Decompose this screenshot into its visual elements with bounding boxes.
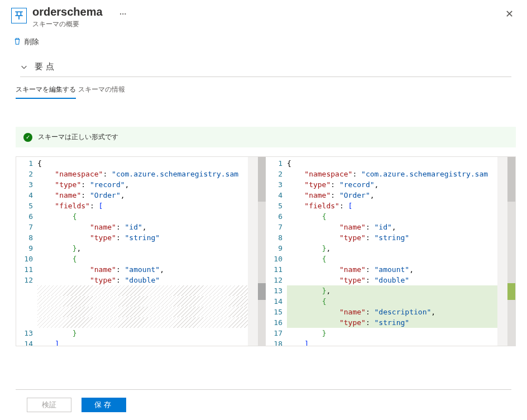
minimap[interactable] [497,157,507,346]
diff-left-pane[interactable]: 1234567891011121314{ "namespace": "com.a… [16,157,266,346]
footer-bar: 検証 保存 [16,389,511,420]
close-icon[interactable]: ✕ [503,6,516,22]
panel-header: orderschema … スキーマの概要 ✕ [0,0,527,32]
overview-ruler[interactable] [507,157,515,346]
diff-right-pane[interactable]: 123456789101112131415161718{ "namespace"… [266,157,515,346]
trash-icon [13,37,21,47]
code-area[interactable]: { "namespace": "com.azure.schemaregistry… [287,157,497,346]
scrollbar-thumb[interactable] [507,157,515,202]
schema-panel: orderschema … スキーマの概要 ✕ 削除 要点 スキーマを編集する … [0,0,527,420]
code-area[interactable]: { "namespace": "com.azure.schemaregistry… [37,157,248,346]
panel-title: orderschema … [32,6,503,18]
chevron-down-icon [20,63,28,71]
validation-status: ✓ スキーマは正しい形式です [16,127,516,147]
more-button[interactable]: … [119,8,127,16]
line-gutter: 1234567891011121314 [16,157,37,346]
section-title: 要点 [35,61,57,72]
schema-icon [11,8,27,23]
panel-subtitle: スキーマの概要 [32,20,503,29]
line-gutter: 123456789101112131415161718 [266,157,287,346]
minimap[interactable] [248,157,258,346]
command-bar: 削除 [0,32,527,51]
tab-schema-info[interactable]: スキーマの情報 [78,82,125,99]
tab-edit-schema[interactable]: スキーマを編集する [16,82,76,99]
section-header[interactable]: 要点 [20,51,511,77]
delete-button[interactable]: 削除 [11,35,41,49]
tab-bar: スキーマを編集する スキーマの情報 [16,82,511,99]
overview-ruler[interactable] [258,157,266,346]
validate-button[interactable]: 検証 [27,398,71,412]
scrollbar-thumb[interactable] [258,157,266,202]
success-icon: ✓ [23,133,32,142]
save-button[interactable]: 保存 [82,398,126,412]
diff-editor: 1234567891011121314{ "namespace": "com.a… [16,156,516,346]
